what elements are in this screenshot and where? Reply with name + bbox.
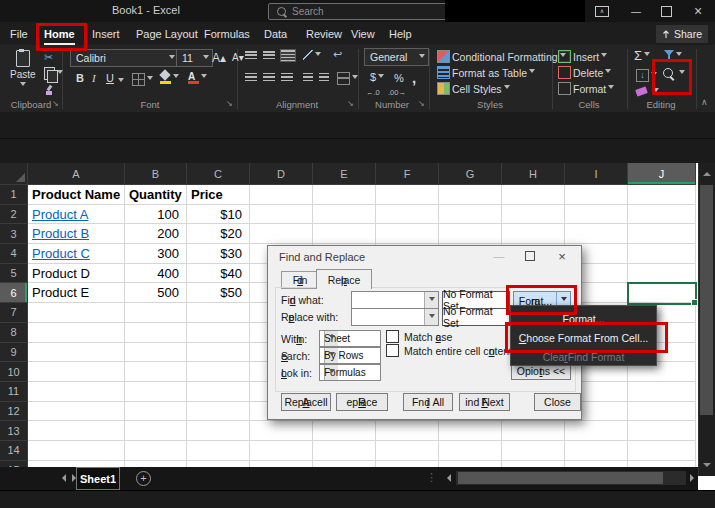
underline-button[interactable]: U — [106, 72, 114, 84]
grid-cell-C3[interactable]: $20 — [187, 224, 250, 244]
styles-item-conditional-formatting[interactable]: Conditional Formatting — [437, 50, 566, 63]
grid-cell-B5[interactable]: 400 — [125, 264, 187, 284]
grid-cell-D2[interactable] — [250, 205, 313, 225]
tabbar-splitter-icon[interactable]: ⋮ — [426, 471, 437, 484]
grid-cell-B3[interactable]: 200 — [125, 224, 187, 244]
column-header-H[interactable]: H — [502, 163, 565, 185]
grid-cell-B11[interactable] — [125, 382, 187, 402]
grid-cell-A1[interactable]: Product Name — [28, 185, 125, 205]
grid-cell-I2[interactable] — [565, 205, 628, 225]
grid-cell-F13[interactable] — [376, 421, 439, 441]
grid-cell-A14[interactable] — [28, 441, 125, 461]
grid-cell-F3[interactable] — [376, 224, 439, 244]
grid-cell-E14[interactable] — [313, 441, 376, 461]
column-header-G[interactable]: G — [439, 163, 502, 185]
scroll-down-icon[interactable] — [703, 463, 711, 471]
grid-cell-J13[interactable] — [628, 421, 696, 441]
column-header-E[interactable]: E — [313, 163, 376, 185]
grid-cell-A7[interactable] — [28, 303, 125, 323]
grid-cell-E3[interactable] — [313, 224, 376, 244]
format-painter-button[interactable] — [44, 85, 54, 95]
search-select[interactable]: By Rows — [319, 347, 381, 364]
cut-icon[interactable]: ✂ — [44, 51, 53, 64]
row-header-12[interactable]: 12 — [0, 402, 28, 422]
styles-item-cell-styles[interactable]: Cell Styles — [437, 82, 510, 95]
italic-button[interactable]: I — [92, 72, 96, 84]
find-next-button[interactable]: Find Next — [459, 393, 510, 411]
ribbon-display-options-button[interactable]: ∧ — [588, 0, 616, 22]
decrease-decimal-button[interactable]: .00→ — [388, 88, 406, 97]
currency-button[interactable]: $ — [370, 71, 384, 83]
grid-cell-C9[interactable] — [187, 343, 250, 363]
grid-cell-B8[interactable] — [125, 323, 187, 343]
hscroll-right-icon[interactable] — [690, 474, 698, 482]
row-header-14[interactable]: 14 — [0, 441, 28, 461]
grid-cell-C8[interactable] — [187, 323, 250, 343]
grid-cell-C2[interactable]: $10 — [187, 205, 250, 225]
grid-cell-B4[interactable]: 300 — [125, 244, 187, 264]
grid-cell-E13[interactable] — [313, 421, 376, 441]
wrap-text-button[interactable]: ↩ — [333, 48, 342, 61]
font-name-combo[interactable]: Calibri — [70, 49, 179, 67]
grid-cell-J14[interactable] — [628, 441, 696, 461]
replace-with-dropdown-icon[interactable] — [424, 309, 438, 325]
grid-cell-A5[interactable]: Product D — [28, 264, 125, 284]
ribbon-tab-review[interactable]: Review — [306, 22, 342, 45]
ribbon-tab-formulas[interactable]: Formulas — [204, 22, 250, 45]
autosum-button[interactable]: Σ — [634, 48, 650, 63]
close-button[interactable]: Close — [534, 393, 581, 411]
grid-cell-G1[interactable] — [439, 185, 502, 205]
comma-style-button[interactable]: , — [412, 69, 416, 86]
find-what-input[interactable] — [351, 291, 439, 309]
within-select[interactable]: Sheet — [319, 330, 381, 347]
collapse-ribbon-icon[interactable]: ∧ — [701, 97, 708, 107]
grid-cell-C1[interactable]: Price — [187, 185, 250, 205]
ribbon-tab-insert[interactable]: Insert — [92, 22, 120, 45]
sheet-tab-sheet1[interactable]: Sheet1 — [76, 467, 120, 491]
search-box[interactable]: Search — [268, 3, 468, 20]
font-size-combo[interactable]: 11 — [176, 49, 213, 67]
grid-cell-B10[interactable] — [125, 362, 187, 382]
minimize-button[interactable]: — — [622, 0, 650, 22]
column-header-I[interactable]: I — [565, 163, 628, 185]
row-header-9[interactable]: 9 — [0, 343, 28, 363]
grid-cell-A9[interactable] — [28, 343, 125, 363]
horizontal-scrollbar-thumb[interactable] — [458, 472, 663, 484]
borders-button[interactable] — [132, 73, 153, 86]
grid-cell-D14[interactable] — [250, 441, 313, 461]
column-header-F[interactable]: F — [376, 163, 439, 185]
grid-cell-E1[interactable] — [313, 185, 376, 205]
align-top-button[interactable] — [245, 51, 257, 60]
grid-cell-J11[interactable] — [628, 382, 696, 402]
grid-cell-A4[interactable]: Product C — [28, 244, 125, 264]
row-header-6[interactable]: 6 — [0, 283, 28, 303]
fill-color-button[interactable] — [160, 71, 179, 84]
align-bottom-button[interactable] — [281, 50, 295, 61]
decrease-indent-button[interactable] — [303, 73, 313, 82]
grid-cell-F1[interactable] — [376, 185, 439, 205]
align-right-button[interactable] — [281, 73, 293, 82]
grid-cell-D1[interactable] — [250, 185, 313, 205]
match-entire-checkbox[interactable] — [386, 344, 399, 357]
number-format-combo[interactable]: General — [364, 48, 429, 66]
share-button[interactable]: Share — [656, 25, 708, 43]
vertical-scrollbar-thumb[interactable] — [700, 185, 713, 415]
add-sheet-button[interactable]: + — [136, 471, 151, 486]
row-header-3[interactable]: 3 — [0, 224, 28, 244]
clipboard-dialog-launcher-icon[interactable]: ↘ — [52, 99, 59, 108]
bold-button[interactable]: B — [76, 72, 84, 84]
column-header-B[interactable]: B — [125, 163, 187, 185]
merge-center-button[interactable] — [337, 72, 358, 85]
column-header-J[interactable]: J — [628, 163, 696, 185]
increase-indent-button[interactable] — [319, 73, 329, 82]
grid-cell-F2[interactable] — [376, 205, 439, 225]
orientation-button[interactable] — [303, 50, 321, 60]
row-header-11[interactable]: 11 — [0, 382, 28, 402]
align-left-button[interactable] — [245, 73, 257, 82]
grid-cell-G3[interactable] — [439, 224, 502, 244]
grid-cell-H3[interactable] — [502, 224, 565, 244]
tab-replace[interactable]: Replace — [316, 269, 372, 289]
grid-cell-B13[interactable] — [125, 421, 187, 441]
row-header-5[interactable]: 5 — [0, 264, 28, 284]
alignment-dialog-launcher-icon[interactable]: ↘ — [347, 99, 354, 108]
